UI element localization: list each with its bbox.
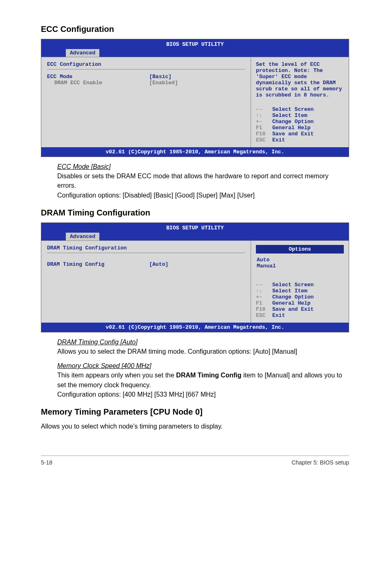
tab-advanced[interactable]: Advanced xyxy=(66,233,99,240)
key-arrows-lr-icon: ←→ xyxy=(256,106,272,112)
key-plusminus-icon: +- xyxy=(256,119,272,125)
bios-item-value: [Auto] xyxy=(149,261,168,267)
key-label: Select Item xyxy=(272,288,307,294)
section-heading-memtiming: Memory Timing Parameters [CPU Node 0] xyxy=(41,407,349,417)
option-manual: Manual xyxy=(257,263,344,269)
desc-title: DRAM Timing Config [Auto] xyxy=(57,337,349,347)
option-auto: Auto xyxy=(257,257,344,263)
section-heading-ecc: ECC Configuration xyxy=(41,25,349,34)
desc-body: Allows you to select the DRAM timing mod… xyxy=(57,347,349,356)
bios-item-ecc-mode[interactable]: ECC Mode [Basic] xyxy=(47,74,245,80)
bios-help-text: Set the level of ECC protection. Note: T… xyxy=(256,61,344,98)
bios-panel-dram: BIOS SETUP UTILITY Advanced DRAM Timing … xyxy=(41,222,349,332)
section-heading-dram: DRAM Timing Configuration xyxy=(41,208,349,218)
key-label: General Help xyxy=(272,300,311,306)
key-label: Change Option xyxy=(272,294,314,300)
desc-options: Configuration options: [400 MHz] [533 MH… xyxy=(57,390,349,399)
desc-title: Memory Clock Speed [400 MHz] xyxy=(57,361,349,370)
desc-bold: DRAM Timing Config xyxy=(176,372,242,379)
chapter-label: Chapter 5: BIOS setup xyxy=(291,459,349,466)
dram-timing-config-description: DRAM Timing Config [Auto] Allows you to … xyxy=(57,337,349,356)
bios-right-pane: Options Auto Manual ←→Select Screen ↑↓Se… xyxy=(251,241,349,323)
bios-item-dram-ecc-enable[interactable]: DRAM ECC Enable [Enabled] xyxy=(47,80,245,86)
bios-tab-row: Advanced xyxy=(41,233,349,241)
key-label: Select Item xyxy=(272,112,307,119)
bios-item-label: DRAM ECC Enable xyxy=(47,80,149,86)
key-arrows-ud-icon: ↑↓ xyxy=(256,288,272,294)
key-f10: F10 xyxy=(256,306,272,312)
key-label: Select Screen xyxy=(272,106,314,112)
bios-key-help: ←→Select Screen ↑↓Select Item +-Change O… xyxy=(256,282,344,319)
bios-title: BIOS SETUP UTILITY xyxy=(41,223,349,231)
bios-section-heading: DRAM Timing Configuration xyxy=(47,245,245,253)
options-list: Auto Manual xyxy=(256,257,344,269)
bios-footer: v02.61 (C)Copyright 1985-2010, American … xyxy=(41,147,349,157)
bios-item-value: [Basic] xyxy=(149,74,172,80)
desc-body: Disables or sets the DRAM ECC mode that … xyxy=(57,171,349,190)
key-label: Select Screen xyxy=(272,282,314,288)
key-f1: F1 xyxy=(256,125,272,131)
memory-clock-speed-description: Memory Clock Speed [400 MHz] This item a… xyxy=(57,361,349,399)
bios-left-pane: ECC Configuration ECC Mode [Basic] DRAM … xyxy=(41,57,251,147)
key-label: Exit xyxy=(272,137,285,143)
memtiming-description: Allows you to select which node's timing… xyxy=(41,422,349,431)
bios-tab-row: Advanced xyxy=(41,49,349,57)
key-esc: ESC xyxy=(256,312,272,319)
desc-body: This item appears only when you set the … xyxy=(57,370,349,389)
bios-item-label: ECC Mode xyxy=(47,74,149,80)
desc-text: This item appears only when you set the xyxy=(57,372,176,379)
key-label: Save and Exit xyxy=(272,306,314,312)
bios-panel-ecc: BIOS SETUP UTILITY Advanced ECC Configur… xyxy=(41,39,349,157)
ecc-mode-description: ECC Mode [Basic] Disables or sets the DR… xyxy=(57,162,349,200)
bios-title: BIOS SETUP UTILITY xyxy=(41,39,349,47)
bios-item-label: DRAM Timing Config xyxy=(47,261,149,267)
desc-title: ECC Mode [Basic] xyxy=(57,162,349,171)
key-label: Save and Exit xyxy=(272,131,314,137)
key-esc: ESC xyxy=(256,137,272,143)
key-arrows-lr-icon: ←→ xyxy=(256,282,272,288)
bios-header: BIOS SETUP UTILITY Advanced xyxy=(41,223,349,241)
key-f1: F1 xyxy=(256,300,272,306)
options-header: Options xyxy=(256,245,344,254)
bios-header: BIOS SETUP UTILITY Advanced xyxy=(41,39,349,57)
page-footer: 5-18 Chapter 5: BIOS setup xyxy=(41,456,349,466)
bios-right-pane: Set the level of ECC protection. Note: T… xyxy=(251,57,349,147)
key-plusminus-icon: +- xyxy=(256,294,272,300)
key-label: Exit xyxy=(272,312,285,319)
key-f10: F10 xyxy=(256,131,272,137)
key-label: General Help xyxy=(272,125,311,131)
page-number: 5-18 xyxy=(41,459,52,466)
key-arrows-ud-icon: ↑↓ xyxy=(256,112,272,119)
desc-options: Configuration options: [Disabled] [Basic… xyxy=(57,191,349,200)
bios-key-help: ←→Select Screen ↑↓Select Item +-Change O… xyxy=(256,106,344,143)
bios-section-heading: ECC Configuration xyxy=(47,61,245,70)
bios-left-pane: DRAM Timing Configuration DRAM Timing Co… xyxy=(41,241,251,323)
key-label: Change Option xyxy=(272,119,314,125)
tab-advanced[interactable]: Advanced xyxy=(66,49,99,57)
bios-item-dram-timing-config[interactable]: DRAM Timing Config [Auto] xyxy=(47,261,245,267)
bios-footer: v02.61 (C)Copyright 1985-2010, American … xyxy=(41,323,349,332)
bios-item-value: [Enabled] xyxy=(149,80,178,86)
